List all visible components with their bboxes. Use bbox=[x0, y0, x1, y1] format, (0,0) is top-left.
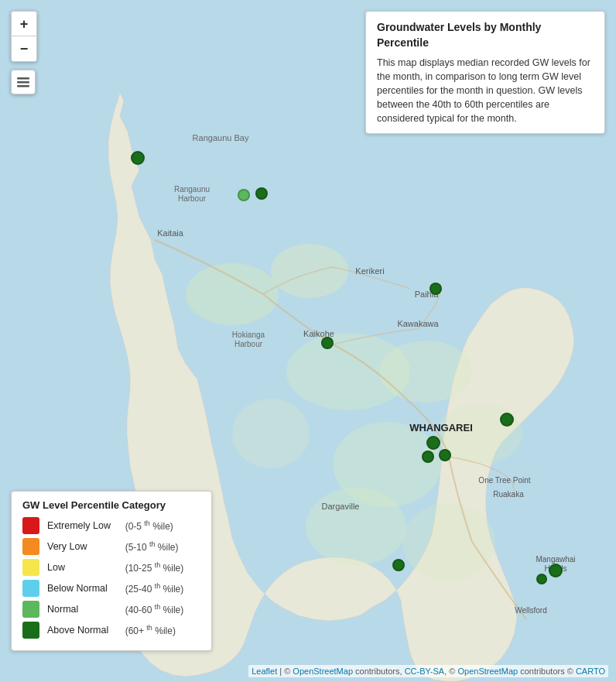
legend-label-below-normal: Below Normal bbox=[47, 583, 117, 594]
info-box-text: This map displays median recorded GW lev… bbox=[377, 56, 594, 126]
svg-rect-31 bbox=[17, 77, 29, 80]
legend-swatch-above-normal bbox=[22, 622, 39, 639]
svg-text:Kaitaia: Kaitaia bbox=[157, 228, 184, 238]
legend-label-normal: Normal bbox=[47, 604, 117, 615]
legend-swatch-very-low bbox=[22, 538, 39, 555]
marker-m6[interactable] bbox=[500, 413, 514, 427]
legend-item-normal: Normal (40-60 th %ile) bbox=[22, 601, 200, 618]
layer-control-button[interactable] bbox=[11, 70, 36, 94]
svg-point-5 bbox=[271, 244, 348, 298]
legend-label-very-low: Very Low bbox=[47, 541, 117, 552]
svg-point-6 bbox=[379, 341, 472, 403]
svg-text:Wellsford: Wellsford bbox=[515, 606, 547, 615]
svg-text:WHANGAREI: WHANGAREI bbox=[409, 422, 473, 434]
map-container: Rangaunu Bay Rangaunu Harbour Kaitaia Ke… bbox=[0, 0, 616, 682]
zoom-in-button[interactable]: + bbox=[12, 12, 36, 36]
svg-text:Dargaville: Dargaville bbox=[322, 502, 360, 511]
legend-range-low: (10-25 th %ile) bbox=[120, 561, 183, 574]
svg-text:Harbour: Harbour bbox=[234, 340, 263, 348]
marker-m7[interactable] bbox=[426, 436, 440, 450]
svg-rect-30 bbox=[17, 81, 29, 84]
zoom-controls: + − bbox=[11, 11, 37, 62]
marker-m9[interactable] bbox=[422, 451, 434, 463]
legend: GW Level Percentile Category Extremely L… bbox=[11, 491, 212, 651]
ccbysa-link[interactable]: CC-BY-SA bbox=[405, 667, 445, 676]
svg-text:Hokianga: Hokianga bbox=[232, 331, 265, 339]
legend-label-low: Low bbox=[47, 562, 117, 573]
carto-link[interactable]: CARTO bbox=[576, 667, 605, 676]
svg-text:Rangaunu Bay: Rangaunu Bay bbox=[193, 133, 249, 142]
legend-item-low: Low (10-25 th %ile) bbox=[22, 559, 200, 576]
legend-swatch-extremely-low bbox=[22, 517, 39, 534]
legend-item-very-low: Very Low (5-10 th %ile) bbox=[22, 538, 200, 555]
legend-item-below-normal: Below Normal (25-40 th %ile) bbox=[22, 580, 200, 597]
info-box: Groundwater Levels by Monthly Percentile… bbox=[365, 11, 605, 134]
svg-point-3 bbox=[186, 263, 279, 325]
legend-item-extremely-low: Extremely Low (0-5 th %ile) bbox=[22, 517, 200, 534]
marker-m11[interactable] bbox=[549, 564, 563, 577]
marker-m4[interactable] bbox=[429, 283, 442, 295]
legend-label-extremely-low: Extremely Low bbox=[47, 520, 117, 531]
svg-rect-29 bbox=[17, 85, 29, 87]
legend-swatch-low bbox=[22, 559, 39, 576]
marker-m2[interactable] bbox=[238, 189, 250, 201]
legend-label-above-normal: Above Normal bbox=[47, 625, 117, 636]
zoom-out-button[interactable]: − bbox=[12, 36, 36, 61]
info-box-title: Groundwater Levels by Monthly Percentile bbox=[377, 19, 594, 51]
marker-m3[interactable] bbox=[255, 187, 268, 200]
legend-range-above-normal: (60+ th %ile) bbox=[120, 624, 176, 636]
svg-text:Mangawhai: Mangawhai bbox=[536, 555, 575, 564]
svg-text:Ruakaka: Ruakaka bbox=[493, 490, 524, 499]
marker-m1[interactable] bbox=[131, 151, 145, 165]
svg-text:Harbour: Harbour bbox=[178, 194, 207, 203]
svg-point-10 bbox=[306, 488, 406, 565]
svg-text:One Tree Point: One Tree Point bbox=[478, 476, 530, 485]
legend-title: GW Level Percentile Category bbox=[22, 499, 200, 511]
marker-m8[interactable] bbox=[439, 449, 451, 461]
marker-m12[interactable] bbox=[536, 574, 547, 584]
marker-m5[interactable] bbox=[321, 337, 334, 349]
map-attribution: Leaflet | © OpenStreetMap contributors, … bbox=[248, 665, 608, 677]
leaflet-link[interactable]: Leaflet bbox=[252, 667, 277, 676]
osm-link-2[interactable]: OpenStreetMap bbox=[457, 667, 518, 676]
svg-point-9 bbox=[232, 399, 310, 468]
legend-range-below-normal: (25-40 th %ile) bbox=[120, 582, 183, 595]
marker-m10[interactable] bbox=[392, 559, 405, 571]
svg-text:Kawakawa: Kawakawa bbox=[397, 319, 439, 328]
svg-text:Kerikeri: Kerikeri bbox=[355, 266, 384, 276]
legend-range-very-low: (5-10 th %ile) bbox=[120, 540, 179, 553]
layers-icon bbox=[16, 75, 30, 89]
legend-swatch-below-normal bbox=[22, 580, 39, 597]
svg-text:Rangaunu: Rangaunu bbox=[174, 185, 210, 194]
legend-swatch-normal bbox=[22, 601, 39, 618]
legend-range-normal: (40-60 th %ile) bbox=[120, 603, 183, 615]
svg-point-11 bbox=[402, 503, 495, 581]
osm-link-1[interactable]: OpenStreetMap bbox=[293, 667, 353, 676]
legend-item-above-normal: Above Normal (60+ th %ile) bbox=[22, 622, 200, 639]
legend-range-extremely-low: (0-5 th %ile) bbox=[120, 519, 173, 532]
